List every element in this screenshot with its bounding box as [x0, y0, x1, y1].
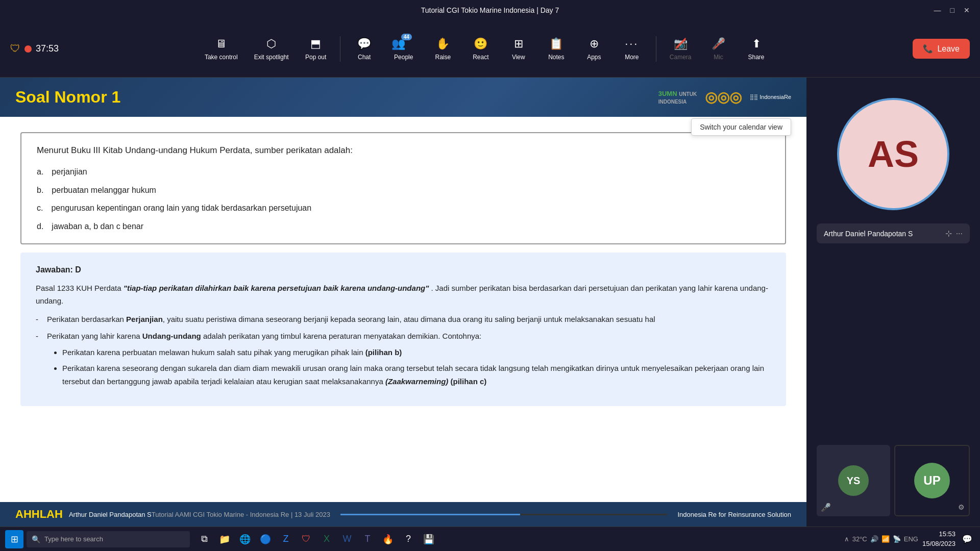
- window-controls: — □ ✕: [934, 0, 970, 20]
- view-button[interactable]: ⊞ View: [501, 33, 536, 65]
- taskbar-app4[interactable]: 💾: [420, 530, 438, 548]
- main-avatar: AS: [837, 98, 949, 210]
- view-label: View: [512, 54, 525, 61]
- main-area: Soal Nomor 1 3UMN UNTUKINDONESIA ◎◎◎ ⣿⣿ …: [0, 78, 980, 527]
- progress-bar-container: [340, 514, 667, 515]
- date-display: 15/08/2023: [922, 539, 955, 548]
- taskbar-task-view[interactable]: ⧉: [195, 530, 213, 548]
- option-a-text: perjanjian: [52, 165, 87, 179]
- notes-icon: 📋: [549, 37, 563, 51]
- slide-title: Soal Nomor 1: [15, 88, 120, 107]
- sub-bullet-1: Perikatan karena perbuatan melawan hukum…: [62, 346, 771, 359]
- share-icon: ⬆: [752, 37, 761, 51]
- taskbar-chrome[interactable]: 🔵: [256, 530, 275, 548]
- leave-label: Leave: [937, 44, 960, 54]
- start-button[interactable]: ⊞: [5, 530, 23, 548]
- calendar-popup-text: Switch your calendar view: [700, 123, 782, 131]
- react-label: React: [473, 54, 488, 61]
- raise-label: Raise: [435, 54, 451, 61]
- take-control-label: Take control: [205, 54, 238, 61]
- share-screen-icon[interactable]: ⊹: [945, 229, 952, 238]
- sub-bullet-2: Perikatan karena seseorang dengan sukare…: [62, 362, 771, 388]
- taskbar: ⊞ 🔍 Type here to search ⧉ 📁 🌐 🔵 Z 🛡 X W …: [0, 527, 980, 551]
- chevron-up-icon[interactable]: ∧: [844, 535, 849, 543]
- search-text: Type here to search: [44, 535, 103, 543]
- up-settings-icon[interactable]: ⚙: [958, 503, 965, 511]
- react-icon: 🙂: [474, 37, 487, 51]
- search-icon: 🔍: [32, 535, 40, 543]
- slide-container: Soal Nomor 1 3UMN UNTUKINDONESIA ◎◎◎ ⣿⣿ …: [0, 78, 806, 502]
- answer-title: Jawaban: D: [36, 263, 771, 277]
- apps-icon: ⊕: [590, 37, 599, 51]
- taskbar-teams[interactable]: T: [358, 530, 377, 548]
- footer-right: Indonesia Re for Reinsurance Solution: [677, 511, 791, 518]
- taskbar-word[interactable]: W: [338, 530, 356, 548]
- ys-avatar: YS: [838, 465, 869, 496]
- taskbar-app1[interactable]: 🛡: [297, 530, 315, 548]
- taskbar-excel[interactable]: X: [317, 530, 336, 548]
- presenter-card: Arthur Daniel Pandapotan S ⊹ ···: [817, 223, 970, 243]
- react-button[interactable]: 🙂 React: [463, 33, 499, 65]
- calendar-popup[interactable]: Switch your calendar view: [691, 118, 791, 136]
- presenter-name: Arthur Daniel Pandapotan S: [824, 230, 913, 238]
- taskbar-search[interactable]: 🔍 Type here to search: [27, 531, 190, 547]
- toolbar-separator-1: [340, 36, 340, 62]
- mic-button[interactable]: 🎤 Mic: [701, 33, 737, 65]
- close-button[interactable]: ✕: [964, 6, 970, 14]
- maximize-button[interactable]: □: [950, 6, 954, 14]
- camera-button[interactable]: 📷 Camera: [663, 33, 699, 65]
- option-d-text: jawaban a, b dan c benar: [52, 220, 143, 233]
- option-c-letter: c.: [37, 202, 43, 215]
- avatar-initials: AS: [868, 133, 919, 175]
- toolbar-left: 🛡 37:53: [10, 43, 59, 55]
- network-icon[interactable]: 📶: [881, 535, 890, 543]
- taskbar-app3[interactable]: ?: [399, 530, 418, 548]
- option-d: d. jawaban a, b dan c benar: [37, 220, 770, 233]
- pop-out-button[interactable]: ⬒ Pop out: [298, 33, 334, 65]
- footer-logo: AHHLAH: [15, 508, 63, 521]
- shield-icon: 🛡: [10, 43, 20, 55]
- option-b-text: perbuatan melanggar hukum: [52, 184, 156, 197]
- raise-button[interactable]: ✋ Raise: [425, 33, 461, 65]
- toolbar-separator-2: [656, 36, 656, 62]
- people-button[interactable]: 👥44 People: [384, 33, 423, 65]
- taskbar-app2[interactable]: 🔥: [379, 530, 397, 548]
- minimize-button[interactable]: —: [934, 6, 941, 14]
- chat-label: Chat: [358, 54, 371, 61]
- wifi-icon[interactable]: 📡: [893, 535, 901, 543]
- chat-button[interactable]: 💬 Chat: [347, 33, 382, 65]
- more-options-icon[interactable]: ···: [956, 229, 963, 238]
- bumn-logo: 3UMN UNTUKINDONESIA: [658, 90, 697, 105]
- notes-button[interactable]: 📋 Notes: [538, 33, 574, 65]
- option-c-text: pengurusan kepentingan orang lain yang t…: [51, 202, 311, 215]
- people-label: People: [394, 54, 413, 61]
- toolbar: 🛡 37:53 🖥 Take control ⬡ Exit spotlight …: [0, 20, 980, 78]
- leave-button[interactable]: 📞 Leave: [913, 39, 970, 59]
- taskbar-zoom[interactable]: Z: [277, 530, 295, 548]
- option-d-letter: d.: [37, 220, 43, 233]
- answer-pasal: Pasal 1233 KUH Perdata "tiap-tiap perika…: [36, 282, 771, 308]
- more-button[interactable]: ··· More: [614, 33, 650, 65]
- raise-icon: ✋: [436, 37, 450, 51]
- presentation-area: Soal Nomor 1 3UMN UNTUKINDONESIA ◎◎◎ ⣿⣿ …: [0, 78, 806, 527]
- share-button[interactable]: ⬆ Share: [739, 33, 774, 65]
- taskbar-explorer[interactable]: 📁: [215, 530, 234, 548]
- people-icon: 👥44: [391, 37, 416, 51]
- participant-up: UP ⚙: [894, 445, 970, 516]
- take-control-button[interactable]: 🖥 Take control: [198, 33, 245, 65]
- exit-spotlight-button[interactable]: ⬡ Exit spotlight: [247, 33, 296, 65]
- pasal-quote: "tiap-tiap perikatan dilahirkan baik kar…: [124, 284, 429, 292]
- notes-label: Notes: [548, 54, 564, 61]
- footer-title: Tutorial AAMI CGI Tokio Marine - Indones…: [152, 511, 330, 518]
- options-list: a. perjanjian b. perbuatan melanggar huk…: [37, 165, 770, 233]
- toolbar-center: 🖥 Take control ⬡ Exit spotlight ⬒ Pop ou…: [198, 33, 774, 65]
- toolbar-right: 📞 Leave: [913, 39, 970, 59]
- participant-ys: YS 🎤: [817, 445, 890, 516]
- up-avatar: UP: [914, 463, 950, 498]
- volume-icon[interactable]: 🔊: [870, 535, 878, 543]
- question-box: Menurut Buku III Kitab Undang-undang Huk…: [20, 132, 786, 244]
- apps-button[interactable]: ⊕ Apps: [576, 33, 612, 65]
- taskbar-edge[interactable]: 🌐: [236, 530, 254, 548]
- sub-bullets: Perikatan karena perbuatan melawan hukum…: [62, 346, 771, 388]
- notification-button[interactable]: 💬: [960, 532, 975, 547]
